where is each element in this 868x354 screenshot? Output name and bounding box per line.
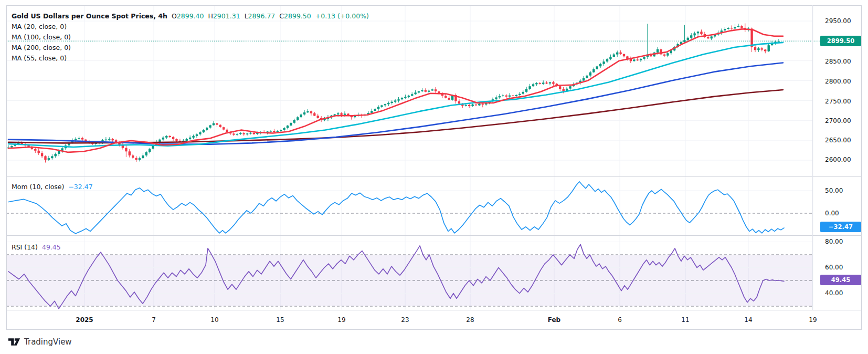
ma-legend-55[interactable]: MA (55, close, 0)	[12, 53, 369, 64]
price-axis-label: 2600.00	[825, 156, 851, 163]
time-axis-label: 19	[809, 316, 817, 324]
ohlc-high: H2901.31	[208, 11, 240, 22]
time-axis-label: 15	[276, 316, 284, 324]
main-legend: Gold US Dollars per Ounce Spot Prices, 4…	[12, 11, 369, 64]
rsi-axis-label: 60.00	[825, 264, 843, 271]
time-axis-label: 10	[210, 316, 218, 324]
chart-widget: Gold US Dollars per Ounce Spot Prices, 4…	[0, 0, 868, 354]
time-axis-label: 11	[681, 316, 689, 324]
ohlc-close: C2899.50	[279, 11, 311, 22]
panel-separator-momentum[interactable]	[6, 176, 862, 177]
tradingview-logo-icon	[8, 337, 20, 347]
price-axis-label: 2800.00	[825, 78, 851, 85]
rsi-legend-label: RSI (14)	[12, 243, 38, 251]
time-axis-label: 19	[337, 316, 345, 324]
price-axis-label: 2650.00	[825, 137, 851, 144]
time-axis-label: 28	[466, 316, 474, 324]
time-axis-label: 7	[152, 316, 156, 324]
price-axis-label: 2700.00	[825, 117, 851, 124]
time-axis-label: Feb	[548, 316, 560, 324]
time-axis-label: 14	[744, 316, 752, 324]
rsi-axis-label: 40.00	[825, 289, 843, 297]
time-axis-label: 23	[401, 316, 409, 324]
symbol-title: Gold US Dollars per Ounce Spot Prices, 4…	[12, 11, 167, 22]
price-axis-label: 2950.00	[825, 17, 851, 25]
momentum-legend-label: Mom (10, close)	[12, 183, 64, 191]
price-axis-label: 2850.00	[825, 58, 851, 65]
rsi-value-badge: 49.45	[820, 275, 861, 285]
ohlc-low: L2896.77	[245, 11, 276, 22]
tradingview-link[interactable]: TradingView	[8, 337, 72, 347]
ohlc-change: +0.13 (+0.00%)	[315, 11, 369, 22]
time-axis-label: 6	[618, 316, 622, 324]
last-price-badge: 2899.50	[820, 36, 861, 46]
ma-legend-200[interactable]: MA (200, close, 0)	[12, 43, 369, 53]
rsi-legend-value: 49.45	[42, 243, 61, 251]
momentum-legend-value: −32.47	[68, 183, 92, 191]
symbol-legend-row[interactable]: Gold US Dollars per Ounce Spot Prices, 4…	[12, 11, 369, 22]
momentum-axis-label: 50.00	[825, 187, 843, 194]
momentum-value-badge: −32.47	[820, 222, 861, 232]
price-axis-label: 2750.00	[825, 98, 851, 105]
price-scale-separator	[812, 5, 813, 310]
momentum-axis-label: 0.00	[825, 210, 839, 217]
rsi-legend[interactable]: RSI (14)49.45	[12, 243, 61, 252]
tradingview-brand-text: TradingView	[24, 337, 72, 347]
ma-legend-100[interactable]: MA (100, close, 0)	[12, 32, 369, 43]
momentum-legend[interactable]: Mom (10, close)−32.47	[12, 182, 93, 192]
panel-separator-rsi[interactable]	[6, 235, 862, 236]
rsi-axis-label: 80.00	[825, 238, 843, 245]
ohlc-open: O2899.40	[172, 11, 204, 22]
time-axis-label: 2025	[76, 316, 93, 324]
time-axis-separator	[6, 310, 862, 310]
ma-legend-20[interactable]: MA (20, close, 0)	[12, 22, 369, 32]
